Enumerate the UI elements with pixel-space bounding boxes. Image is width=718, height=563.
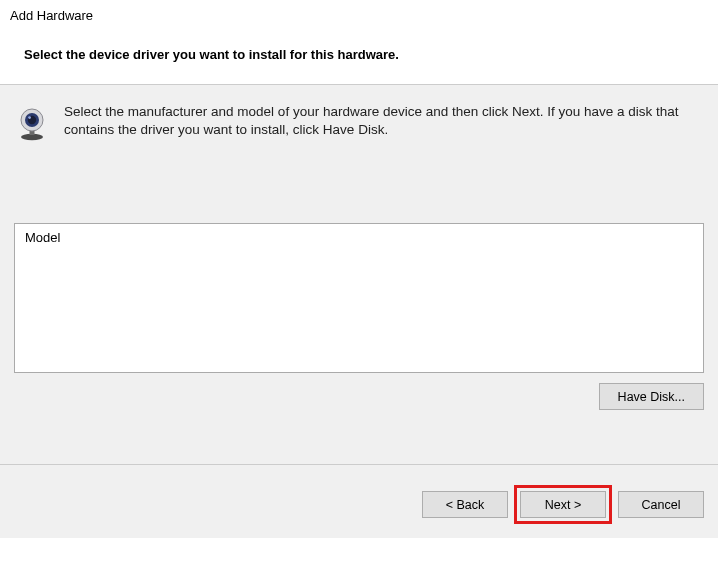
model-header: Model <box>25 230 693 245</box>
next-button[interactable]: Next > <box>520 491 606 518</box>
webcam-icon <box>14 105 50 141</box>
svg-point-5 <box>28 116 31 119</box>
page-instruction: Select the device driver you want to ins… <box>0 27 718 84</box>
model-list-box[interactable]: Model <box>14 223 704 373</box>
back-button[interactable]: < Back <box>422 491 508 518</box>
footer-buttons: < Back Next > Cancel <box>0 464 718 538</box>
info-text: Select the manufacturer and model of you… <box>64 103 704 139</box>
window-title: Add Hardware <box>0 0 718 27</box>
next-button-highlight: Next > <box>514 485 612 524</box>
have-disk-button[interactable]: Have Disk... <box>599 383 704 410</box>
body-panel: Select the manufacturer and model of you… <box>0 84 718 464</box>
cancel-button[interactable]: Cancel <box>618 491 704 518</box>
